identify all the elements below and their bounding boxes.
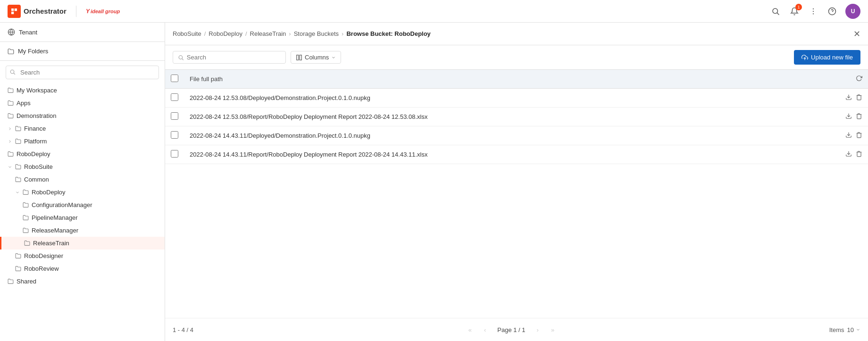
download-icon[interactable] [845,150,852,158]
sidebar-item-configmgr[interactable]: ConfigurationManager [0,199,165,211]
avatar[interactable]: U [845,4,860,19]
items-count: 10 [847,326,854,333]
content-area: RoboSuite / RoboDeploy / ReleaseTrain › … [165,23,868,341]
sidebar-item-common[interactable]: Common [0,173,165,186]
topnav-right: 1 U [770,4,860,19]
folder-icon [8,151,14,157]
download-icon[interactable] [845,94,852,102]
table-header-row: File full path [165,70,868,89]
upload-label: Upload new file [811,54,853,61]
sidebar-item-platform[interactable]: Platform [0,135,165,148]
help-icon[interactable] [826,6,838,17]
sidebar-search-icon [9,69,16,76]
sidebar-item-label: Shared [17,278,36,285]
folder-icon [15,266,21,272]
row-path: 2022-08-24 14.43.11/Report/RoboDeploy De… [184,145,830,164]
tenant-label: Tenant [19,29,37,36]
sidebar-item-label: ReleaseManager [32,227,78,234]
delete-icon[interactable] [856,94,862,102]
items-per-page-select[interactable]: 10 [847,326,860,333]
sidebar-item-releasetrain[interactable]: ReleaseTrain [0,237,165,250]
columns-icon [296,54,302,61]
folder-icon [23,202,29,208]
sidebar-item-roboreview[interactable]: RoboReview [0,262,165,275]
close-button[interactable]: ✕ [853,29,860,39]
sidebar-item-apps[interactable]: Apps [0,97,165,109]
download-icon[interactable] [845,113,852,121]
sidebar-item-label: My Workspace [17,87,57,94]
items-per-page: Items 10 [829,326,860,333]
select-all-checkbox[interactable] [171,75,178,82]
sidebar-item-robosuite[interactable]: RoboSuite [0,160,165,173]
partner-logo: Y [86,8,90,15]
toolbar-left: Columns [173,51,341,64]
pagination-range: 1 - 4 / 4 [173,326,193,333]
search-icon[interactable] [770,6,781,17]
notification-icon[interactable]: 1 [789,6,800,17]
sidebar-item-shared[interactable]: Shared [0,275,165,288]
sidebar-item-releasemgr[interactable]: ReleaseManager [0,224,165,237]
folder-icon [8,113,14,119]
columns-button[interactable]: Columns [291,51,341,64]
sidebar-item-robodeploy[interactable]: RoboDeploy [0,148,165,160]
row-path: 2022-08-24 12.53.08/Deployed/Demonstrati… [184,89,830,108]
main-layout: Tenant My Folders My Workspace Apps [0,23,868,341]
breadcrumb: RoboSuite / RoboDeploy / ReleaseTrain › … [173,30,431,37]
row-checkbox[interactable] [171,93,178,101]
breadcrumb-arrow1: › [289,30,291,37]
prev-page-button[interactable]: ‹ [478,323,492,336]
sidebar-search-wrap [0,61,165,84]
breadcrumb-releasetrain[interactable]: ReleaseTrain [250,30,286,37]
folder-icon [15,125,21,132]
delete-icon[interactable] [856,113,862,121]
refresh-icon[interactable] [856,75,862,82]
chevron-down-icon [15,190,20,195]
search-input[interactable] [187,54,281,61]
breadcrumb-robosuite[interactable]: RoboSuite [173,30,201,37]
sidebar-myfolders: My Folders [0,42,165,61]
breadcrumb-robodeploy[interactable]: RoboDeploy [209,30,242,37]
delete-icon[interactable] [856,150,862,158]
folder-icon [24,240,30,246]
row-checkbox-cell [165,108,184,126]
breadcrumb-storage[interactable]: Storage Buckets [294,30,339,37]
folder-icon [23,189,29,195]
topnav: Orchestrator Y ideall group 1 U [0,0,868,23]
sidebar-item-pipelinemgr[interactable]: PipelineManager [0,211,165,224]
upload-button[interactable]: Upload new file [794,50,860,65]
next-page-button[interactable]: › [531,323,544,336]
chevron-down-icon [331,55,336,60]
sidebar-item-robodesigner[interactable]: RoboDesigner [0,250,165,262]
items-label: Items [829,326,844,333]
sidebar-item-my-workspace[interactable]: My Workspace [0,84,165,97]
row-checkbox[interactable] [171,150,178,158]
uipath-icon [8,5,21,18]
sidebar-tree: My Workspace Apps Demonstration Finance [0,84,165,341]
sidebar-item-demonstration[interactable]: Demonstration [0,109,165,122]
more-options-icon[interactable] [808,6,819,17]
last-page-button[interactable]: » [546,323,559,336]
svg-rect-14 [300,55,301,60]
breadcrumb-current: Browse Bucket: RoboDeploy [346,30,430,37]
header-checkbox-cell [165,70,184,89]
download-icon[interactable] [845,132,852,140]
row-checkbox-cell [165,89,184,108]
row-actions [830,126,868,145]
sidebar-search-input[interactable] [6,66,159,79]
folder-icon [8,48,14,55]
svg-point-0 [773,8,778,14]
sidebar-item-label: PipelineManager [32,214,78,221]
first-page-button[interactable]: « [463,323,476,336]
sidebar-item-label: Demonstration [17,112,57,119]
svg-point-3 [813,10,814,11]
delete-icon[interactable] [856,132,862,140]
row-actions [830,108,868,126]
sidebar-item-finance[interactable]: Finance [0,122,165,135]
svg-point-9 [10,70,14,74]
row-checkbox[interactable] [171,131,178,139]
sidebar-item-label: Platform [24,138,47,145]
row-checkbox[interactable] [171,112,178,120]
sidebar-item-robodeploy-sub[interactable]: RoboDeploy [0,186,165,199]
page-indicator: Page 1 / 1 [493,326,529,333]
table-row: 2022-08-24 12.53.08/Report/RoboDeploy De… [165,108,868,126]
